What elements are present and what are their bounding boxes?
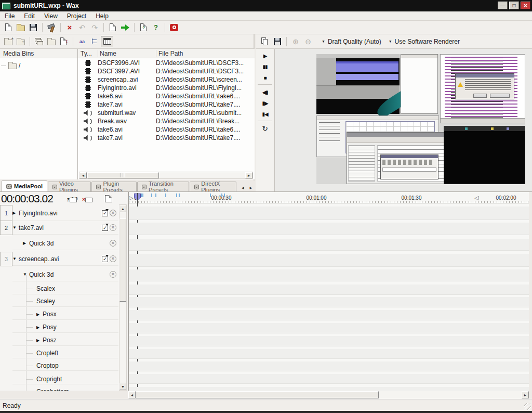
track-label-cropleft[interactable]: Cropleft <box>12 348 118 358</box>
pause-button[interactable]: ▮▮ <box>256 62 274 71</box>
minimize-button[interactable]: — <box>498 2 508 9</box>
visibility-flag-icon[interactable]: ✓ <box>102 225 108 231</box>
expander-down-icon[interactable]: ▼ <box>23 272 29 277</box>
table-row[interactable]: submiturl.wavD:\Videos\SubmitURL\submit.… <box>78 109 253 117</box>
save-project-button[interactable] <box>27 22 39 33</box>
table-row[interactable]: DSCF3997.AVID:\Videos\SubmitURL\DSCF3... <box>78 67 253 75</box>
track-label-screencap-avi[interactable]: ▼screencap..avi✓× <box>12 252 118 266</box>
table-row[interactable]: screencap..aviD:\Videos\SubmitURL\screen… <box>78 75 253 84</box>
tree-view-button[interactable] <box>88 36 101 47</box>
table-row[interactable]: FlyingIntro.aviD:\Videos\SubmitURL\Flyin… <box>78 84 253 92</box>
new-project-button[interactable] <box>2 22 15 33</box>
import-media-button[interactable] <box>33 36 45 47</box>
copy-frame-button[interactable] <box>259 36 271 47</box>
remove-track-icon[interactable]: × <box>110 271 116 278</box>
menu-help[interactable]: Help <box>91 12 113 20</box>
column-type[interactable]: Ty... <box>81 50 92 57</box>
bin-root-item[interactable]: / <box>1 61 20 70</box>
insert-track-button[interactable]: ↓ <box>66 194 80 202</box>
remove-track-icon[interactable]: × <box>110 240 116 247</box>
remove-track-icon[interactable]: × <box>110 255 116 262</box>
tab-plugin-presets[interactable]: Plugin Presets <box>91 182 137 191</box>
track-label-cropright[interactable]: Cropright <box>12 374 118 384</box>
expander-down-icon[interactable]: ▼ <box>12 225 19 230</box>
zoom-in-button[interactable]: ⊕ <box>289 36 302 47</box>
visibility-flag-icon[interactable]: ✓ <box>102 210 108 216</box>
tab-mediapool[interactable]: MediaPool <box>2 180 47 191</box>
track-label-scaley[interactable]: Scaley <box>12 296 118 307</box>
hscroll-thumb[interactable] <box>87 172 159 178</box>
track-label-cropbottom[interactable]: Cropbottom <box>12 386 118 391</box>
scroll-right-button[interactable]: ► <box>522 391 529 398</box>
end-marker-icon[interactable]: ◁ <box>474 195 478 201</box>
table-row[interactable]: DSCF3996.AVID:\Videos\SubmitURL\DSCF3... <box>78 59 253 67</box>
resize-grip[interactable] <box>524 403 531 410</box>
add-bin-button[interactable]: + <box>15 36 27 47</box>
table-row[interactable]: Break.wavD:\Videos\SubmitURL\Break... <box>78 117 253 125</box>
menu-file[interactable]: File <box>0 12 19 20</box>
vscroll-thumb[interactable] <box>119 218 126 302</box>
loop-button[interactable]: ↻ <box>256 124 274 133</box>
timeline-hscrollbar[interactable]: ◄ ► <box>128 391 529 399</box>
help-contents-button[interactable]: ? <box>137 22 150 33</box>
table-row[interactable]: take7.aviD:\Videos\SubmitURL\take7.... <box>78 100 253 109</box>
menu-view[interactable]: View <box>39 12 62 20</box>
track-label-posz[interactable]: ▶Posz <box>12 335 118 346</box>
stop-button[interactable]: ■ <box>256 73 274 82</box>
tab-transition-presets[interactable]: Transition Presets <box>137 182 189 191</box>
table-row[interactable]: take6.aviD:\Videos\SubmitURL\take6.... <box>78 92 253 100</box>
exit-button[interactable] <box>168 22 180 33</box>
track-label-quick-3d[interactable]: ▶Quick 3d× <box>12 237 118 250</box>
edit-properties-button[interactable] <box>105 194 118 202</box>
scroll-up-button[interactable]: ▲ <box>119 205 126 212</box>
track-label-take7-avi[interactable]: ▼take7.avi✓× <box>12 221 118 235</box>
expander-right-icon[interactable]: ▶ <box>36 312 43 317</box>
scroll-down-button[interactable]: ▼ <box>119 383 126 390</box>
table-row[interactable]: take6.aviD:\Videos\SubmitURL\take6.... <box>78 125 253 134</box>
expander-right-icon[interactable]: ▶ <box>36 338 43 343</box>
render-setup-button[interactable] <box>107 22 119 33</box>
timecode-display[interactable]: 00:00:03.02 <box>1 192 53 205</box>
table-row[interactable]: take7.aviD:\Videos\SubmitURL\take7.... <box>78 134 253 142</box>
tracks-vscrollbar[interactable]: ▲ ▼ <box>119 204 127 391</box>
delete-track-button[interactable]: × <box>82 194 96 202</box>
menu-project[interactable]: Project <box>62 12 91 20</box>
render-button[interactable] <box>119 22 131 33</box>
zoom-out-button[interactable]: ⊖ <box>302 36 314 47</box>
remove-track-icon[interactable]: × <box>110 210 116 216</box>
track-label-posx[interactable]: ▶Posx <box>12 309 118 320</box>
maximize-button[interactable]: □ <box>509 2 519 9</box>
open-media-button[interactable] <box>45 36 58 47</box>
visibility-flag-icon[interactable]: ✓ <box>102 256 108 262</box>
list-hscrollbar[interactable]: ◄ ► <box>79 172 253 179</box>
start-marker-icon[interactable]: ▷ <box>129 195 133 201</box>
expander-right-icon[interactable]: ▶ <box>23 241 29 246</box>
remove-media-button[interactable]: × <box>58 36 70 47</box>
track-label-posy[interactable]: ▶Posy <box>12 322 118 333</box>
tools-button[interactable] <box>45 22 58 33</box>
open-project-button[interactable] <box>15 22 27 33</box>
step-forward-button[interactable]: ▮▶ <box>256 98 274 108</box>
save-frame-button[interactable] <box>271 36 284 47</box>
tab-scroll-left-button[interactable]: ◄ <box>239 185 246 191</box>
remove-track-icon[interactable]: × <box>110 224 116 231</box>
track-label-flyingintro-avi[interactable]: ▶FlyingIntro.avi✓× <box>12 205 118 221</box>
renderer-dropdown[interactable]: ▼ Use Software Renderer <box>389 38 460 45</box>
column-name[interactable]: Name <box>100 50 116 57</box>
column-path[interactable]: File Path <box>158 50 183 57</box>
close-button[interactable]: × <box>521 2 530 9</box>
scroll-right-button[interactable]: ► <box>245 172 252 178</box>
step-back-button[interactable]: ◀▮ <box>256 87 274 97</box>
details-view-button[interactable] <box>101 36 113 47</box>
scroll-left-button[interactable]: ◄ <box>128 391 136 398</box>
redo-button[interactable]: ↷ <box>88 22 101 33</box>
track-label-scalex[interactable]: Scalex <box>12 283 118 294</box>
track-label-croptop[interactable]: Croptop <box>12 360 118 371</box>
undo-button[interactable]: ↶ <box>76 22 88 33</box>
quality-dropdown[interactable]: ▼ Draft Quality (Auto) <box>322 38 381 45</box>
tab-video-plugins[interactable]: Video Plugins <box>48 182 91 191</box>
tab-directx-plugins[interactable]: DirectX Plugins <box>190 182 236 191</box>
timeline-ruler[interactable]: 00 ▷ 00:00:3000:01:0000:01:3000:02:00◁ <box>129 193 529 203</box>
expander-right-icon[interactable]: ▶ <box>36 325 43 330</box>
small-icon-view-button[interactable]: aa <box>76 36 88 47</box>
